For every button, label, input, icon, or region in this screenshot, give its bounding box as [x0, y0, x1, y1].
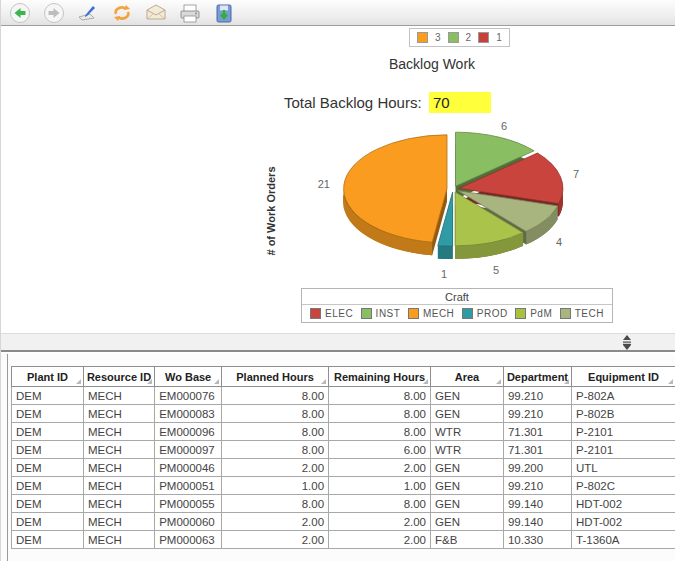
table-cell: EM000083: [155, 405, 222, 423]
table-header-row: Plant IDResource IDWo BasePlanned HoursR…: [12, 367, 675, 387]
panel-border: [7, 354, 8, 561]
table-row[interactable]: DEMMECHEM0000978.006.00WTR71.301P-2101: [12, 441, 675, 459]
y-axis-label: # of Work Orders: [265, 153, 277, 269]
table-cell: WTR: [431, 441, 504, 459]
table-row[interactable]: DEMMECHPM0000602.002.00GEN99.140HDT-002: [12, 513, 675, 531]
table-cell: P-2101: [572, 441, 675, 459]
svg-text:5: 5: [493, 264, 499, 276]
edit-button[interactable]: [75, 2, 101, 24]
column-header-label: Wo Base: [165, 371, 211, 383]
legend-swatch: [560, 308, 571, 319]
table-cell: 8.00: [222, 387, 329, 405]
forward-button[interactable]: [41, 2, 67, 24]
table-cell: 2.00: [329, 531, 431, 549]
table-cell: EM000097: [155, 441, 222, 459]
table-row[interactable]: DEMMECHEM0000968.008.00WTR71.301P-2101: [12, 423, 675, 441]
column-header-planned-hours[interactable]: Planned Hours: [222, 367, 329, 387]
table-cell: PM000063: [155, 531, 222, 549]
table-cell: 8.00: [329, 423, 431, 441]
table-cell: 99.140: [503, 495, 571, 513]
table-cell: 2.00: [222, 531, 329, 549]
table-cell: EM000096: [155, 423, 222, 441]
table-cell: HDT-002: [572, 513, 675, 531]
save-button[interactable]: [211, 2, 237, 24]
craft-legend-title: Craft: [302, 289, 612, 305]
column-header-remaining-hours[interactable]: Remaining Hours: [329, 367, 431, 387]
work-order-table: Plant IDResource IDWo BasePlanned HoursR…: [11, 366, 675, 549]
craft-legend-item: ELEC: [310, 308, 353, 319]
column-header-department[interactable]: Department: [503, 367, 571, 387]
table-cell: MECH: [83, 405, 154, 423]
table-cell: 8.00: [222, 423, 329, 441]
table-cell: EM000076: [155, 387, 222, 405]
legend-swatch: [310, 308, 321, 319]
table-cell: DEM: [12, 387, 84, 405]
legend-swatch: [417, 32, 428, 43]
legend-label: 3: [435, 32, 441, 43]
table-cell: DEM: [12, 459, 84, 477]
table-cell: 1.00: [222, 477, 329, 495]
table-cell: GEN: [431, 477, 504, 495]
table-cell: 8.00: [329, 405, 431, 423]
column-header-area[interactable]: Area: [431, 367, 504, 387]
table-cell: GEN: [431, 405, 504, 423]
mail-icon: [144, 2, 168, 24]
table-cell: MECH: [83, 495, 154, 513]
column-header-plant-id[interactable]: Plant ID: [12, 367, 84, 387]
sort-indicator-icon: [496, 379, 501, 384]
table-cell: PM000051: [155, 477, 222, 495]
craft-legend: Craft ELECINSTMECHPRODPdMTECH: [301, 288, 613, 323]
legend-swatch: [462, 308, 473, 319]
column-header-resource-id[interactable]: Resource ID: [83, 367, 154, 387]
column-header-label: Area: [455, 371, 479, 383]
table-cell: MECH: [83, 423, 154, 441]
column-header-equipment-id[interactable]: Equipment ID: [572, 367, 675, 387]
legend-swatch: [408, 308, 419, 319]
column-header-label: Planned Hours: [236, 371, 314, 383]
split-pane-divider[interactable]: [1, 333, 675, 352]
table-cell: 6.00: [329, 441, 431, 459]
table-cell: 2.00: [329, 513, 431, 531]
table-row[interactable]: DEMMECHEM0000768.008.00GEN99.210P-802A: [12, 387, 675, 405]
table-cell: GEN: [431, 513, 504, 531]
table-row[interactable]: DEMMECHPM0000511.001.00GEN99.210P-802C: [12, 477, 675, 495]
table-cell: MECH: [83, 441, 154, 459]
work-order-table-panel: Plant IDResource IDWo BasePlanned HoursR…: [1, 354, 675, 561]
back-button[interactable]: [7, 2, 33, 24]
toolbar: [1, 0, 675, 26]
mail-button[interactable]: [143, 2, 169, 24]
legend-swatch: [478, 32, 489, 43]
svg-text:4: 4: [556, 236, 562, 248]
craft-legend-item: TECH: [560, 308, 604, 319]
sort-indicator-icon: [214, 379, 219, 384]
sort-indicator-icon: [76, 379, 81, 384]
refresh-button[interactable]: [109, 2, 135, 24]
craft-legend-item: INST: [361, 308, 401, 319]
table-cell: MECH: [83, 531, 154, 549]
table-row[interactable]: DEMMECHEM0000838.008.00GEN99.210P-802B: [12, 405, 675, 423]
split-handle-icon[interactable]: [618, 335, 636, 350]
table-cell: 71.301: [503, 423, 571, 441]
legend-label: PROD: [477, 308, 508, 319]
svg-text:1: 1: [441, 268, 447, 280]
sort-indicator-icon: [564, 379, 569, 384]
table-cell: MECH: [83, 387, 154, 405]
svg-text:21: 21: [318, 178, 330, 190]
forward-icon: [43, 2, 65, 24]
table-cell: 8.00: [222, 405, 329, 423]
sort-indicator-icon: [321, 379, 326, 384]
app-window: 6745121 321 Backlog Work Total Backlog H…: [0, 0, 675, 561]
legend-swatch: [361, 308, 372, 319]
table-cell: DEM: [12, 441, 84, 459]
table-cell: GEN: [431, 387, 504, 405]
table-cell: 2.00: [329, 459, 431, 477]
craft-legend-item: PROD: [462, 308, 508, 319]
table-row[interactable]: DEMMECHPM0000632.002.00F&B10.330T-1360A: [12, 531, 675, 549]
table-cell: 99.210: [503, 477, 571, 495]
back-icon: [9, 2, 31, 24]
table-cell: UTL: [572, 459, 675, 477]
column-header-wo-base[interactable]: Wo Base: [155, 367, 222, 387]
table-row[interactable]: DEMMECHPM0000462.002.00GEN99.200UTL: [12, 459, 675, 477]
print-button[interactable]: [177, 2, 203, 24]
table-row[interactable]: DEMMECHPM0000558.008.00GEN99.140HDT-002: [12, 495, 675, 513]
